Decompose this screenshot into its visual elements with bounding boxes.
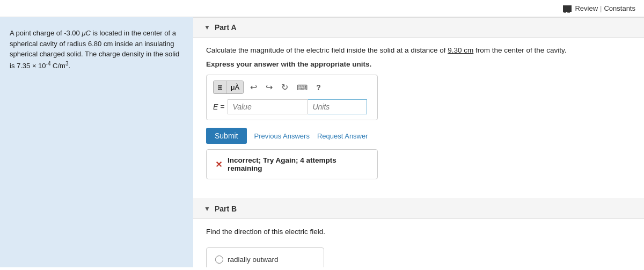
- submit-row: Submit Previous Answers Request Answer: [206, 128, 631, 144]
- part-b-section: ▼ Part B: [193, 199, 644, 219]
- toolbar: ⊞ μÀ ↩ ↪ ↻ ⌨ ?: [213, 81, 371, 94]
- top-bar: ▮▮ Review | Constants: [0, 0, 644, 17]
- part-b-header: ▼ Part B: [204, 205, 633, 213]
- part-b-arrow[interactable]: ▼: [204, 205, 210, 213]
- radio-outward[interactable]: [215, 256, 223, 264]
- error-icon: ✕: [215, 159, 222, 170]
- format-btn-group: ⊞ μÀ: [213, 81, 244, 94]
- part-a-section: ▼ Part A: [193, 17, 644, 38]
- option-radially-outward[interactable]: radially outward: [215, 256, 315, 264]
- distance-value: 9.30 cm: [448, 46, 473, 54]
- mu-a-btn[interactable]: μÀ: [227, 81, 243, 93]
- review-link[interactable]: Review: [575, 4, 598, 12]
- part-b-question: Find the direction of this electric fiel…: [206, 227, 631, 237]
- redo-btn[interactable]: ↪: [264, 81, 275, 93]
- submit-button[interactable]: Submit: [206, 128, 247, 144]
- express-text: Express your answer with the appropriate…: [206, 60, 631, 68]
- help-btn[interactable]: ?: [314, 82, 323, 93]
- right-panel: ▼ Part A Calculate the magnitude of the …: [193, 17, 644, 267]
- part-a-label: Part A: [215, 23, 237, 32]
- part-b-label: Part B: [215, 205, 237, 213]
- part-a-header: ▼ Part A: [204, 23, 633, 32]
- constants-link[interactable]: Constants: [604, 4, 635, 12]
- keyboard-btn[interactable]: ⌨: [295, 82, 310, 93]
- option-outward-label: radially outward: [228, 256, 279, 264]
- undo-btn[interactable]: ↩: [248, 81, 259, 93]
- eq-label: E =: [213, 103, 224, 111]
- part-a-question: Calculate the magnitude of the electric …: [206, 45, 631, 56]
- main-layout: A point charge of -3.00 μC is located in…: [0, 17, 644, 267]
- problem-text: A point charge of -3.00 μC is located in…: [10, 29, 179, 70]
- request-answer-button[interactable]: Request Answer: [317, 132, 368, 140]
- answer-box: ⊞ μÀ ↩ ↪ ↻ ⌨ ? E =: [206, 75, 378, 120]
- previous-answers-button[interactable]: Previous Answers: [254, 132, 310, 140]
- value-input[interactable]: [228, 99, 308, 114]
- grid-icon-btn[interactable]: ⊞: [214, 81, 227, 93]
- refresh-btn[interactable]: ↻: [279, 81, 290, 93]
- separator: |: [600, 4, 602, 12]
- part-a-arrow[interactable]: ▼: [204, 24, 210, 31]
- error-box: ✕ Incorrect; Try Again; 4 attempts remai…: [206, 149, 378, 179]
- error-message: Incorrect; Try Again; 4 attempts remaini…: [228, 156, 369, 172]
- part-a-content: Calculate the magnitude of the electric …: [193, 38, 644, 190]
- units-input[interactable]: [308, 99, 367, 114]
- review-icon: ▮▮: [563, 5, 572, 12]
- input-row: E =: [213, 99, 371, 114]
- part-b-content: Find the direction of this electric fiel…: [193, 219, 644, 267]
- left-panel: A point charge of -3.00 μC is located in…: [0, 17, 193, 267]
- options-box: radially outward radially inward: [206, 247, 324, 268]
